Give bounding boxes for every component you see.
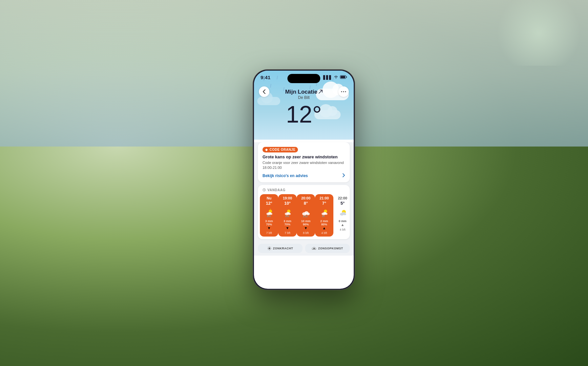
svg-line-13 <box>270 216 270 217</box>
hour-temp-19: 10° <box>284 201 291 206</box>
wifi-icon <box>334 75 338 80</box>
hour-item-nu: Nu 12° <box>260 194 278 237</box>
svg-line-20 <box>288 216 289 217</box>
forecast-scroll[interactable]: Nu 12° <box>258 194 350 237</box>
hour-precip-19: 3 mm70% <box>284 219 291 226</box>
svg-line-32 <box>324 216 324 217</box>
hour-temp-20: 8° <box>304 201 308 206</box>
location-sub: De Bilt <box>261 95 347 100</box>
hour-label-nu: Nu <box>267 196 272 200</box>
dynamic-island <box>287 74 320 83</box>
svg-line-24 <box>304 216 304 217</box>
wind-arrow-22: ▲ <box>341 223 345 227</box>
svg-line-18 <box>286 216 286 217</box>
hour-item-20: 20:00 8° 10 mm90% ▼ <box>297 194 315 237</box>
svg-rect-7 <box>270 209 271 209</box>
hour-item-22: 22:00 5° 0 mm ▲ 4 bft <box>333 194 350 237</box>
svg-line-31 <box>323 216 323 217</box>
battery-icon <box>340 75 347 80</box>
phone-screen: 9:41 ▋▋▋ <box>254 71 354 289</box>
svg-point-30 <box>325 213 327 215</box>
location-arrow-icon <box>319 89 323 95</box>
forecast-label: VANDAAG <box>258 188 350 192</box>
svg-point-23 <box>306 213 310 215</box>
badge-icon: ◆ <box>265 148 268 151</box>
sun-icon <box>267 246 271 250</box>
hour-temp-nu: 12° <box>266 201 272 206</box>
sunrise-icon <box>312 247 316 250</box>
svg-line-19 <box>287 216 287 217</box>
hour-precip-20: 10 mm90% <box>301 219 311 226</box>
wind-arrow-21: ▲ <box>323 226 326 230</box>
hour-label-21: 21:00 <box>320 196 329 200</box>
weather-icon-19 <box>282 208 293 218</box>
location-title: Mijn Locatie <box>261 89 347 95</box>
wind-arrow-nu: ▼ <box>267 226 271 230</box>
forecast-label-icon <box>262 188 266 192</box>
weather-icon-nu <box>264 208 274 218</box>
hour-wind-20: 8 bft <box>303 231 309 235</box>
hour-temp-21: 7° <box>322 201 326 206</box>
svg-line-45 <box>270 247 271 247</box>
wind-arrow-20: ▼ <box>304 226 308 230</box>
phone-frame: 9:41 ▋▋▋ <box>253 70 355 290</box>
svg-line-51 <box>315 247 316 248</box>
svg-line-48 <box>313 247 313 248</box>
zonsopkomst-button[interactable]: ZONSOPKOMST <box>305 244 350 253</box>
content-area: ◆ CODE ORANJE Grote kans op zeer zware w… <box>254 142 354 256</box>
hour-temp-22: 5° <box>341 201 345 206</box>
hour-wind-21: 4 bft <box>321 231 327 235</box>
signal-icon: ▋▋▋ <box>323 75 332 80</box>
hour-wind-nu: 7 bft <box>266 231 272 235</box>
hour-item-19: 19:00 10° 3 mm70% <box>278 194 297 237</box>
bottom-bar: ZONKRACHT <box>254 242 354 256</box>
svg-line-12 <box>269 216 269 217</box>
alert-title: Grote kans op zeer zware windstoten <box>262 154 345 159</box>
hour-label-19: 19:00 <box>283 196 292 200</box>
svg-point-17 <box>288 213 291 215</box>
weather-icon-20 <box>301 208 311 218</box>
temperature-value: 12° <box>286 101 322 127</box>
svg-point-37 <box>268 247 270 249</box>
svg-line-26 <box>307 216 307 217</box>
status-icons: ▋▋▋ <box>323 75 347 80</box>
hour-item-21: 21:00 7° 2 mm80% ▲ <box>315 194 333 237</box>
svg-rect-1 <box>341 76 345 78</box>
hour-label-22: 22:00 <box>338 196 347 200</box>
hour-label-20: 20:00 <box>301 196 310 200</box>
wind-arrow-19: ▼ <box>286 226 289 230</box>
forecast-card: VANDAAG Nu 12° <box>258 185 350 239</box>
scene: 9:41 ▋▋▋ <box>0 0 588 366</box>
svg-line-43 <box>270 249 271 250</box>
hour-precip-nu: 3 mm70% <box>265 219 273 226</box>
svg-point-36 <box>344 213 346 215</box>
svg-line-42 <box>268 247 268 247</box>
hour-precip-22: 0 mm <box>339 219 346 223</box>
svg-line-11 <box>267 216 268 217</box>
svg-line-25 <box>305 216 305 217</box>
alert-description: Code oranje voor zeer zware windstoten v… <box>262 160 345 171</box>
svg-line-44 <box>268 249 268 250</box>
weather-icon-21 <box>319 208 329 218</box>
status-time: 9:41 <box>261 75 270 80</box>
hour-precip-21: 2 mm80% <box>320 219 328 226</box>
location-name: Mijn Locatie De Bilt <box>261 89 347 100</box>
zonkracht-button[interactable]: ZONKRACHT <box>258 244 303 253</box>
alert-card: ◆ CODE ORANJE Grote kans op zeer zware w… <box>258 142 350 182</box>
svg-point-10 <box>270 213 272 215</box>
alert-link-arrow <box>343 173 345 178</box>
hour-wind-19: 7 bft <box>284 231 290 235</box>
hour-wind-22: 4 bft <box>340 228 346 231</box>
code-oranje-badge: ◆ CODE ORANJE <box>262 147 298 152</box>
alert-link[interactable]: Bekijk risico's en advies <box>262 173 345 178</box>
weather-icon-22 <box>337 208 348 218</box>
temperature-display: 12° <box>261 103 347 126</box>
